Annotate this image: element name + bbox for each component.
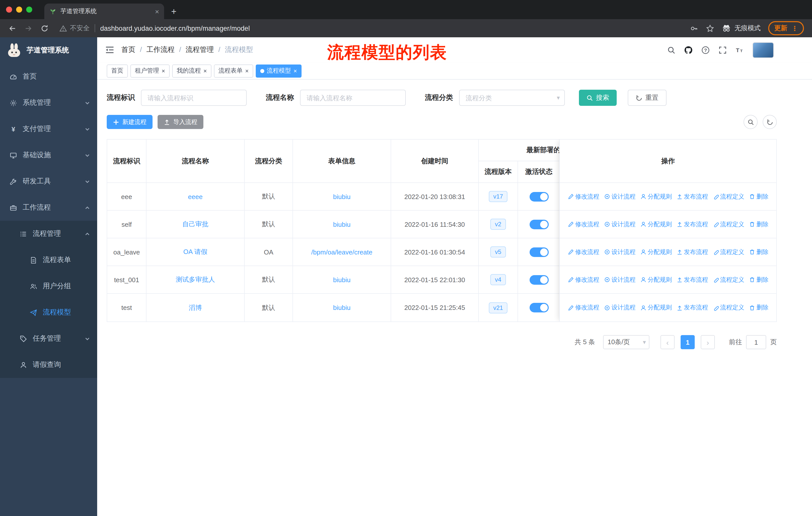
fullscreen-icon[interactable]: [718, 46, 727, 54]
sidebar-item-system[interactable]: 系统管理: [0, 90, 97, 116]
edit-process-link[interactable]: 修改流程: [568, 303, 599, 312]
category-select-input[interactable]: [459, 90, 565, 106]
github-icon[interactable]: [684, 46, 693, 54]
goto-page-input[interactable]: [746, 335, 766, 349]
form-info-link[interactable]: /bpm/oa/leave/create: [311, 248, 373, 256]
create-process-button[interactable]: 新建流程: [107, 115, 152, 129]
password-key-icon[interactable]: [690, 24, 698, 32]
breadcrumb-workflow[interactable]: 工作流程: [146, 45, 181, 54]
security-chip[interactable]: 不安全: [59, 24, 90, 33]
page-1-button[interactable]: 1: [680, 335, 695, 349]
sidebar-item-dev-tools[interactable]: 研发工具: [0, 168, 97, 194]
process-name-input[interactable]: [300, 90, 406, 106]
view-tab-my-process[interactable]: 我的流程: [172, 64, 211, 77]
delete-process-link[interactable]: 删除: [749, 303, 768, 312]
process-name-link[interactable]: eeee: [188, 193, 203, 200]
sidebar-item-infrastructure[interactable]: 基础设施: [0, 142, 97, 168]
assign-rule-link[interactable]: 分配规则: [640, 275, 672, 284]
form-info-link[interactable]: biubiu: [333, 220, 350, 228]
close-icon[interactable]: [162, 68, 165, 74]
publish-process-link[interactable]: 发布流程: [676, 220, 708, 228]
breadcrumb-process-management[interactable]: 流程管理: [186, 45, 221, 54]
reload-icon[interactable]: [40, 24, 49, 32]
publish-process-link[interactable]: 发布流程: [676, 275, 708, 284]
process-name-link[interactable]: OA 请假: [183, 247, 207, 256]
sidebar-item-workflow[interactable]: 工作流程: [0, 194, 97, 221]
form-info-link[interactable]: biubiu: [333, 304, 350, 311]
form-info-link[interactable]: biubiu: [333, 276, 350, 283]
process-name-link[interactable]: 自己审批: [182, 220, 208, 229]
next-page-button[interactable]: [701, 335, 715, 349]
sidebar-item-leave-query[interactable]: 请假查询: [0, 352, 97, 378]
breadcrumb-home[interactable]: 首页: [121, 45, 142, 54]
delete-process-link[interactable]: 删除: [749, 275, 768, 284]
refresh-table-button[interactable]: [763, 115, 777, 129]
edit-process-link[interactable]: 修改流程: [568, 248, 599, 256]
bookmark-star-icon[interactable]: [706, 24, 714, 32]
process-definition-link[interactable]: 流程定义: [713, 275, 744, 284]
assign-rule-link[interactable]: 分配规则: [640, 248, 672, 256]
active-toggle[interactable]: [529, 219, 548, 229]
close-icon[interactable]: [293, 68, 297, 74]
close-window-button[interactable]: [6, 6, 12, 12]
design-process-link[interactable]: 设计流程: [604, 303, 636, 312]
back-icon[interactable]: [8, 24, 17, 32]
sidebar-item-process-management[interactable]: 流程管理: [0, 221, 97, 247]
design-process-link[interactable]: 设计流程: [604, 248, 636, 256]
active-toggle[interactable]: [529, 192, 548, 201]
sidebar-item-task-management[interactable]: 任务管理: [0, 326, 97, 352]
new-tab-button[interactable]: +: [171, 7, 176, 16]
active-toggle[interactable]: [529, 247, 548, 257]
edit-process-link[interactable]: 修改流程: [568, 192, 599, 201]
view-tab-home[interactable]: 首页: [107, 64, 128, 77]
sidebar-item-payment[interactable]: ¥ 支付管理: [0, 116, 97, 142]
category-select[interactable]: [459, 90, 565, 106]
sidebar-item-home[interactable]: 首页: [0, 63, 97, 90]
process-definition-link[interactable]: 流程定义: [713, 303, 744, 312]
reset-button[interactable]: 重置: [628, 90, 667, 106]
page-size-value[interactable]: 10条/页: [603, 335, 649, 349]
active-toggle[interactable]: [529, 303, 548, 313]
close-icon[interactable]: [203, 68, 207, 74]
assign-rule-link[interactable]: 分配规则: [640, 220, 672, 228]
design-process-link[interactable]: 设计流程: [604, 220, 636, 228]
design-process-link[interactable]: 设计流程: [604, 275, 636, 284]
tab-close-icon[interactable]: ×: [155, 8, 159, 15]
delete-process-link[interactable]: 删除: [749, 220, 768, 228]
delete-process-link[interactable]: 删除: [749, 192, 768, 201]
design-process-link[interactable]: 设计流程: [604, 192, 636, 201]
browser-menu-icon[interactable]: [791, 24, 798, 32]
process-name-link[interactable]: 滔博: [189, 303, 202, 312]
sidebar-item-process-model[interactable]: 流程模型: [0, 299, 97, 326]
assign-rule-link[interactable]: 分配规则: [640, 303, 672, 312]
user-avatar[interactable]: [753, 42, 774, 58]
view-tab-process-form[interactable]: 流程表单: [214, 64, 253, 77]
browser-tab[interactable]: 芋道管理系统 ×: [44, 3, 164, 19]
forward-icon[interactable]: [24, 24, 33, 32]
page-size-select[interactable]: 10条/页: [603, 335, 649, 349]
sidebar-item-process-form[interactable]: 流程表单: [0, 247, 97, 273]
process-definition-link[interactable]: 流程定义: [713, 248, 744, 256]
active-toggle[interactable]: [529, 275, 548, 284]
process-definition-link[interactable]: 流程定义: [713, 220, 744, 228]
edit-process-link[interactable]: 修改流程: [568, 275, 599, 284]
publish-process-link[interactable]: 发布流程: [676, 192, 708, 201]
publish-process-link[interactable]: 发布流程: [676, 303, 708, 312]
address-box[interactable]: 不安全 dashboard.yudao.iocoder.cn/bpm/manag…: [59, 24, 682, 33]
publish-process-link[interactable]: 发布流程: [676, 248, 708, 256]
sidebar-toggle-icon[interactable]: [105, 46, 114, 54]
delete-process-link[interactable]: 删除: [749, 248, 768, 256]
process-key-input[interactable]: [141, 90, 247, 106]
prev-page-button[interactable]: [661, 335, 674, 349]
sidebar-item-user-group[interactable]: 用户分组: [0, 273, 97, 299]
sidebar-logo[interactable]: 芋道管理系统: [0, 37, 97, 63]
view-tab-process-model[interactable]: 流程模型: [256, 64, 301, 77]
form-info-link[interactable]: biubiu: [333, 193, 350, 200]
view-tab-tenant[interactable]: 租户管理: [130, 64, 170, 77]
maximize-window-button[interactable]: [26, 6, 32, 12]
import-process-button[interactable]: 导入流程: [157, 115, 203, 129]
toggle-search-button[interactable]: [744, 115, 758, 129]
update-button[interactable]: 更新: [768, 21, 804, 35]
edit-process-link[interactable]: 修改流程: [568, 220, 599, 228]
search-icon[interactable]: [667, 46, 675, 54]
